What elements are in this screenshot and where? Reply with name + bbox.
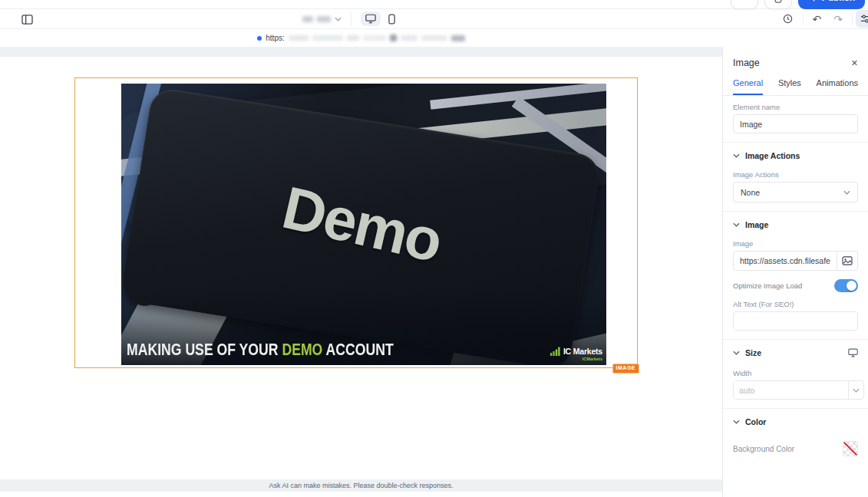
ic-markets-logo: IC Markets ICMarkets <box>550 347 602 361</box>
caption-shade-overlay <box>121 292 606 365</box>
footer-bar: Ask AI can make mistakes. Please double-… <box>0 479 722 492</box>
publish-button[interactable]: Publish <box>798 0 865 9</box>
top-action-buttons: Publish <box>731 0 865 9</box>
desktop-icon <box>848 348 858 357</box>
redacted-url <box>289 35 465 41</box>
device-icon <box>774 0 782 3</box>
undo-icon: ↶ <box>813 13 822 25</box>
chart-bars-icon <box>550 347 561 356</box>
page-selector-dropdown[interactable] <box>302 16 342 22</box>
ai-disclaimer: Ask AI can make mistakes. Please double-… <box>269 482 453 489</box>
blue-reflection <box>121 84 167 278</box>
demo-key-label: Demo <box>276 172 447 276</box>
redacted-text <box>302 16 313 22</box>
background-color-label: Background Color <box>733 445 794 453</box>
close-icon[interactable]: ✕ <box>851 58 858 68</box>
section-image-actions[interactable]: Image Actions <box>723 142 868 169</box>
publish-label: Publish <box>822 0 855 3</box>
alt-text-label: Alt Text (For SEO!) <box>733 300 858 308</box>
tab-styles[interactable]: Styles <box>778 75 801 95</box>
image-caption: MAKING USE OF YOUR DEMO ACCOUNT <box>127 341 394 360</box>
section-image[interactable]: Image <box>723 211 868 238</box>
section-color[interactable]: Color <box>723 408 868 435</box>
background-color-swatch[interactable] <box>843 441 858 456</box>
image-url-input[interactable] <box>733 251 837 271</box>
version-history-button[interactable] <box>776 14 800 24</box>
chevron-down-icon <box>843 190 850 195</box>
tab-general[interactable]: General <box>733 75 763 95</box>
alt-text-input[interactable] <box>733 311 858 331</box>
optimize-image-toggle[interactable] <box>834 279 858 292</box>
sliders-icon <box>860 14 868 24</box>
element-settings-button[interactable] <box>856 10 868 28</box>
sidebar-toggle-button[interactable] <box>20 13 35 26</box>
chevron-down-icon <box>733 153 740 158</box>
mobile-view-button[interactable] <box>384 12 400 27</box>
image-url-label: Image <box>733 239 858 248</box>
element-name-label: Element name <box>733 103 858 111</box>
layout-panel-icon <box>21 15 33 25</box>
desktop-view-button[interactable] <box>361 12 381 26</box>
image-actions-label: Image Actions <box>733 170 858 179</box>
redo-button[interactable]: ↷ <box>827 14 849 25</box>
divider <box>852 13 853 25</box>
divider <box>803 13 804 25</box>
clock-history-icon <box>783 14 793 24</box>
mobile-icon <box>388 14 395 25</box>
preview-options-button[interactable] <box>731 0 758 9</box>
selection-type-badge: IMAGE <box>612 364 639 374</box>
panel-tabs: General Styles Animations <box>723 75 868 96</box>
width-label: Width <box>733 369 864 377</box>
undo-button[interactable]: ↶ <box>807 14 828 25</box>
status-dot-icon <box>257 36 262 41</box>
key-gap <box>431 262 566 365</box>
tab-animations[interactable]: Animations <box>817 75 858 95</box>
image-settings-panel: Image ✕ General Styles Animations Elemen… <box>722 47 868 497</box>
element-selection-outline: Demo MAKING USE OF YOUR DEMO ACCOUNT IC … <box>74 77 638 368</box>
demo-keyboard-key: Demo <box>121 86 602 365</box>
key-gap <box>430 84 606 110</box>
key-gap <box>415 321 606 365</box>
redacted-text <box>317 16 331 22</box>
chevron-down-icon <box>733 222 740 227</box>
url-scheme: https: <box>266 34 284 42</box>
page-url-bar[interactable]: https: <box>0 29 722 47</box>
keyboard-key-top <box>121 84 606 235</box>
key-gap <box>121 237 248 365</box>
send-icon <box>808 0 817 2</box>
chevron-down-icon <box>733 351 740 355</box>
chevron-down-icon <box>335 17 342 21</box>
chevron-down-icon <box>733 420 740 424</box>
redo-icon: ↷ <box>833 13 843 25</box>
canvas-top-strip <box>0 47 722 57</box>
key-gap <box>512 97 606 182</box>
element-name-input[interactable] <box>733 114 858 133</box>
image-actions-select[interactable]: None <box>733 182 858 202</box>
width-unit-dropdown[interactable] <box>848 381 863 399</box>
width-input[interactable] <box>734 381 848 399</box>
key-gap <box>121 98 606 181</box>
image-icon <box>842 256 853 265</box>
section-size[interactable]: Size <box>723 339 868 366</box>
desktop-icon <box>365 14 376 24</box>
hero-image[interactable]: Demo MAKING USE OF YOUR DEMO ACCOUNT IC … <box>121 84 606 365</box>
panel-title: Image <box>733 58 760 68</box>
optimize-image-label: Optimize Image Load <box>733 281 802 290</box>
editor-toolbar: ↶ ↷ <box>0 8 868 29</box>
device-preview-button[interactable] <box>764 0 792 9</box>
logo-name: IC Markets <box>563 347 602 356</box>
image-tint-overlay <box>121 84 606 365</box>
page-canvas[interactable]: Demo MAKING USE OF YOUR DEMO ACCOUNT IC … <box>0 47 722 497</box>
logo-handle: ICMarkets <box>583 357 602 361</box>
keyboard-key-bottom <box>121 177 380 309</box>
caption-highlight: DEMO <box>282 341 322 359</box>
image-picker-button[interactable] <box>837 251 858 271</box>
